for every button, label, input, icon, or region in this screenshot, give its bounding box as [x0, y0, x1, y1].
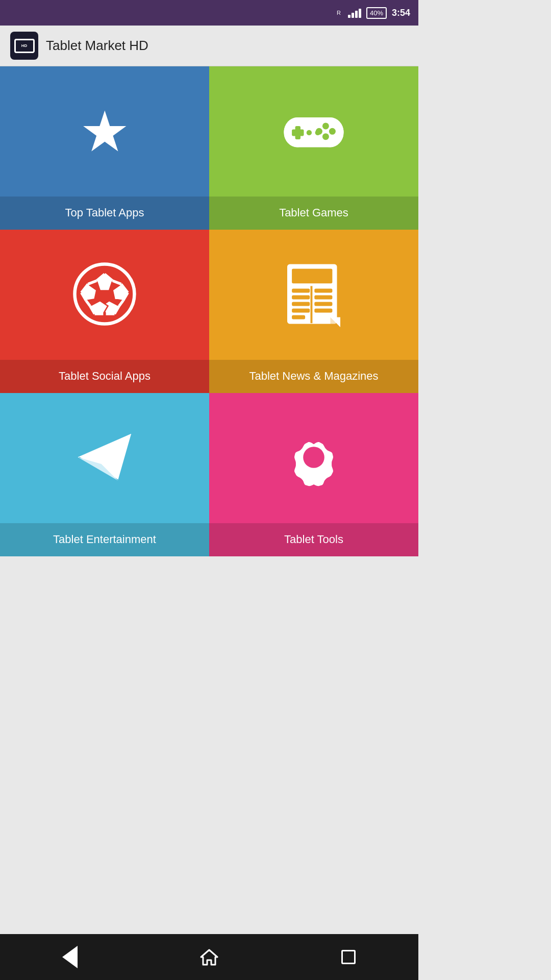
- tablet-tools-label: Tablet Tools: [284, 533, 343, 546]
- tablet-news-label-area: Tablet News & Magazines: [209, 360, 418, 393]
- svg-rect-42: [314, 308, 332, 312]
- category-tablet-games[interactable]: Tablet Games: [209, 66, 418, 230]
- signal-bar-3: [355, 11, 358, 18]
- svg-rect-37: [292, 308, 310, 312]
- signal-bar-4: [359, 9, 361, 18]
- tablet-entertainment-icon-area: [0, 393, 209, 523]
- top-tablet-apps-icon-area: ★: [0, 66, 209, 197]
- logo-tablet-icon: HD: [14, 39, 35, 53]
- svg-rect-35: [292, 295, 310, 299]
- category-grid: ★ Top Tablet Apps: [0, 66, 418, 556]
- category-top-tablet-apps[interactable]: ★ Top Tablet Apps: [0, 66, 209, 230]
- tablet-social-apps-label: Tablet Social Apps: [59, 370, 151, 382]
- app-header: HD Tablet Market HD: [0, 26, 418, 66]
- bottom-fill-area: [0, 556, 418, 669]
- star-icon: ★: [80, 104, 130, 160]
- tablet-news-icon-area: [209, 230, 418, 360]
- tablet-tools-icon-area: [209, 393, 418, 523]
- svg-rect-34: [292, 288, 310, 292]
- tablet-games-label: Tablet Games: [279, 206, 348, 219]
- tablet-news-label: Tablet News & Magazines: [249, 370, 378, 382]
- svg-point-5: [322, 122, 329, 129]
- battery-indicator: 40%: [366, 7, 387, 19]
- category-tablet-tools[interactable]: Tablet Tools: [209, 393, 418, 556]
- signal-bar-1: [348, 15, 350, 18]
- tablet-tools-label-area: Tablet Tools: [209, 523, 418, 556]
- tablet-games-label-area: Tablet Games: [209, 197, 418, 230]
- soccer-ball-icon: [71, 261, 138, 329]
- svg-rect-4: [292, 129, 304, 136]
- svg-rect-39: [314, 288, 332, 292]
- status-r-indicator: R: [337, 10, 341, 16]
- svg-point-9: [307, 130, 312, 135]
- tablet-social-apps-label-area: Tablet Social Apps: [0, 360, 209, 393]
- svg-rect-38: [292, 315, 305, 319]
- category-tablet-news-magazines[interactable]: Tablet News & Magazines: [209, 230, 418, 393]
- svg-rect-43: [311, 286, 313, 323]
- svg-rect-41: [314, 302, 332, 306]
- clock: 3:54: [392, 8, 410, 18]
- top-tablet-apps-label: Top Tablet Apps: [65, 206, 144, 219]
- tablet-entertainment-label: Tablet Entertainment: [53, 533, 156, 546]
- status-bar: R 40% 3:54: [0, 0, 418, 26]
- svg-point-7: [322, 133, 329, 140]
- svg-rect-40: [314, 295, 332, 299]
- category-tablet-social-apps[interactable]: Tablet Social Apps: [0, 230, 209, 393]
- paper-plane-icon: [71, 424, 138, 493]
- gear-icon: [281, 424, 347, 493]
- newspaper-icon: [281, 261, 347, 329]
- tablet-games-icon-area: [209, 66, 418, 197]
- svg-rect-33: [292, 268, 332, 283]
- app-logo: HD: [10, 32, 38, 60]
- signal-bar-2: [352, 13, 354, 18]
- gamepad-icon: [281, 97, 347, 166]
- app-title: Tablet Market HD: [46, 38, 148, 54]
- svg-point-6: [329, 128, 336, 135]
- signal-indicator: [348, 8, 361, 18]
- top-tablet-apps-label-area: Top Tablet Apps: [0, 197, 209, 230]
- category-tablet-entertainment[interactable]: Tablet Entertainment: [0, 393, 209, 556]
- svg-point-10: [315, 130, 320, 135]
- svg-rect-36: [292, 302, 310, 306]
- tablet-entertainment-label-area: Tablet Entertainment: [0, 523, 209, 556]
- svg-point-50: [303, 447, 324, 468]
- tablet-social-apps-icon-area: [0, 230, 209, 360]
